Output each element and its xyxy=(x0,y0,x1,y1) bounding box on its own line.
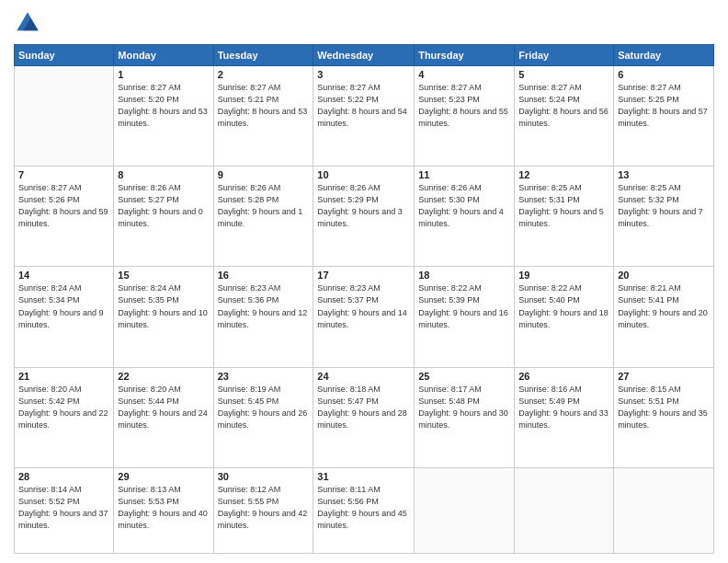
day-info: Sunrise: 8:12 AMSunset: 5:55 PMDaylight:… xyxy=(218,484,310,532)
calendar-cell: 23Sunrise: 8:19 AMSunset: 5:45 PMDayligh… xyxy=(213,367,313,467)
calendar-cell: 13Sunrise: 8:25 AMSunset: 5:32 PMDayligh… xyxy=(614,167,714,267)
day-info: Sunrise: 8:26 AMSunset: 5:28 PMDaylight:… xyxy=(218,182,310,230)
calendar-cell: 9Sunrise: 8:26 AMSunset: 5:28 PMDaylight… xyxy=(213,167,313,267)
day-info: Sunrise: 8:13 AMSunset: 5:53 PMDaylight:… xyxy=(118,484,209,532)
day-info: Sunrise: 8:25 AMSunset: 5:32 PMDaylight:… xyxy=(618,182,710,230)
day-number: 10 xyxy=(317,169,410,180)
calendar-cell xyxy=(415,467,515,553)
day-info: Sunrise: 8:17 AMSunset: 5:48 PMDaylight:… xyxy=(418,384,510,431)
week-row-5: 28Sunrise: 8:14 AMSunset: 5:52 PMDayligh… xyxy=(15,467,714,553)
calendar-cell: 4Sunrise: 8:27 AMSunset: 5:23 PMDaylight… xyxy=(415,66,515,167)
day-info: Sunrise: 8:14 AMSunset: 5:52 PMDaylight:… xyxy=(18,484,109,532)
day-number: 8 xyxy=(118,169,209,180)
day-info: Sunrise: 8:27 AMSunset: 5:26 PMDaylight:… xyxy=(18,182,109,230)
calendar-cell: 27Sunrise: 8:15 AMSunset: 5:51 PMDayligh… xyxy=(614,367,714,467)
day-info: Sunrise: 8:27 AMSunset: 5:22 PMDaylight:… xyxy=(317,82,410,130)
calendar-cell xyxy=(15,66,114,167)
calendar-cell: 28Sunrise: 8:14 AMSunset: 5:52 PMDayligh… xyxy=(15,467,114,553)
day-number: 31 xyxy=(317,471,410,482)
day-number: 1 xyxy=(118,69,209,80)
calendar-cell: 25Sunrise: 8:17 AMSunset: 5:48 PMDayligh… xyxy=(415,367,515,467)
day-header-saturday: Saturday xyxy=(614,45,714,66)
day-number: 6 xyxy=(618,69,710,80)
day-number: 16 xyxy=(218,270,310,281)
calendar-cell: 18Sunrise: 8:22 AMSunset: 5:39 PMDayligh… xyxy=(415,267,515,367)
day-info: Sunrise: 8:25 AMSunset: 5:31 PMDaylight:… xyxy=(518,182,609,230)
day-number: 7 xyxy=(18,169,109,180)
day-number: 18 xyxy=(418,270,510,281)
calendar-cell: 1Sunrise: 8:27 AMSunset: 5:20 PMDaylight… xyxy=(114,66,213,167)
day-info: Sunrise: 8:26 AMSunset: 5:30 PMDaylight:… xyxy=(418,182,510,230)
logo-icon xyxy=(14,9,41,37)
day-number: 4 xyxy=(418,69,510,80)
day-info: Sunrise: 8:15 AMSunset: 5:51 PMDaylight:… xyxy=(618,384,710,431)
day-header-tuesday: Tuesday xyxy=(213,45,313,66)
day-number: 23 xyxy=(218,371,310,382)
day-header-monday: Monday xyxy=(114,45,213,66)
day-info: Sunrise: 8:27 AMSunset: 5:21 PMDaylight:… xyxy=(218,82,310,130)
day-number: 11 xyxy=(418,169,510,180)
calendar-cell: 20Sunrise: 8:21 AMSunset: 5:41 PMDayligh… xyxy=(614,267,714,367)
calendar-cell: 22Sunrise: 8:20 AMSunset: 5:44 PMDayligh… xyxy=(114,367,213,467)
day-number: 12 xyxy=(518,169,609,180)
day-info: Sunrise: 8:27 AMSunset: 5:25 PMDaylight:… xyxy=(618,82,710,130)
calendar-cell: 19Sunrise: 8:22 AMSunset: 5:40 PMDayligh… xyxy=(515,267,614,367)
day-header-friday: Friday xyxy=(515,45,614,66)
calendar-cell: 16Sunrise: 8:23 AMSunset: 5:36 PMDayligh… xyxy=(213,267,313,367)
calendar-cell: 30Sunrise: 8:12 AMSunset: 5:55 PMDayligh… xyxy=(213,467,313,553)
day-number: 25 xyxy=(418,371,510,382)
day-info: Sunrise: 8:21 AMSunset: 5:41 PMDaylight:… xyxy=(618,282,710,330)
day-number: 3 xyxy=(317,69,410,80)
day-info: Sunrise: 8:22 AMSunset: 5:40 PMDaylight:… xyxy=(518,282,609,330)
calendar-cell: 17Sunrise: 8:23 AMSunset: 5:37 PMDayligh… xyxy=(313,267,415,367)
day-info: Sunrise: 8:26 AMSunset: 5:27 PMDaylight:… xyxy=(118,182,209,230)
calendar-cell: 7Sunrise: 8:27 AMSunset: 5:26 PMDaylight… xyxy=(15,167,114,267)
day-number: 26 xyxy=(518,371,609,382)
day-number: 19 xyxy=(518,270,609,281)
calendar-cell: 14Sunrise: 8:24 AMSunset: 5:34 PMDayligh… xyxy=(15,267,114,367)
day-info: Sunrise: 8:27 AMSunset: 5:20 PMDaylight:… xyxy=(118,82,209,130)
day-header-wednesday: Wednesday xyxy=(313,45,415,66)
header xyxy=(14,9,714,37)
day-header-sunday: Sunday xyxy=(15,45,114,66)
day-number: 22 xyxy=(118,371,209,382)
calendar-cell: 5Sunrise: 8:27 AMSunset: 5:24 PMDaylight… xyxy=(515,66,614,167)
day-info: Sunrise: 8:20 AMSunset: 5:42 PMDaylight:… xyxy=(18,384,109,431)
calendar-table: SundayMondayTuesdayWednesdayThursdayFrid… xyxy=(14,44,714,554)
day-number: 30 xyxy=(218,471,310,482)
day-number: 29 xyxy=(118,471,209,482)
day-number: 14 xyxy=(18,270,109,281)
calendar-header-row: SundayMondayTuesdayWednesdayThursdayFrid… xyxy=(15,45,714,66)
calendar-cell: 29Sunrise: 8:13 AMSunset: 5:53 PMDayligh… xyxy=(114,467,213,553)
calendar-cell: 6Sunrise: 8:27 AMSunset: 5:25 PMDaylight… xyxy=(614,66,714,167)
day-info: Sunrise: 8:27 AMSunset: 5:24 PMDaylight:… xyxy=(518,82,609,130)
calendar-cell: 26Sunrise: 8:16 AMSunset: 5:49 PMDayligh… xyxy=(515,367,614,467)
day-info: Sunrise: 8:18 AMSunset: 5:47 PMDaylight:… xyxy=(317,384,410,431)
day-info: Sunrise: 8:20 AMSunset: 5:44 PMDaylight:… xyxy=(118,384,209,431)
calendar-cell: 10Sunrise: 8:26 AMSunset: 5:29 PMDayligh… xyxy=(313,167,415,267)
day-info: Sunrise: 8:23 AMSunset: 5:37 PMDaylight:… xyxy=(317,282,410,330)
calendar-cell xyxy=(614,467,714,553)
week-row-2: 7Sunrise: 8:27 AMSunset: 5:26 PMDaylight… xyxy=(15,167,714,267)
calendar-cell: 12Sunrise: 8:25 AMSunset: 5:31 PMDayligh… xyxy=(515,167,614,267)
calendar-cell: 31Sunrise: 8:11 AMSunset: 5:56 PMDayligh… xyxy=(313,467,415,553)
day-number: 15 xyxy=(118,270,209,281)
day-header-thursday: Thursday xyxy=(415,45,515,66)
day-info: Sunrise: 8:23 AMSunset: 5:36 PMDaylight:… xyxy=(218,282,310,330)
day-number: 21 xyxy=(18,371,109,382)
logo xyxy=(14,9,45,37)
calendar-cell: 8Sunrise: 8:26 AMSunset: 5:27 PMDaylight… xyxy=(114,167,213,267)
calendar-cell xyxy=(515,467,614,553)
day-number: 27 xyxy=(618,371,710,382)
calendar-cell: 2Sunrise: 8:27 AMSunset: 5:21 PMDaylight… xyxy=(213,66,313,167)
day-info: Sunrise: 8:24 AMSunset: 5:34 PMDaylight:… xyxy=(18,282,109,330)
day-number: 17 xyxy=(317,270,410,281)
calendar-cell: 24Sunrise: 8:18 AMSunset: 5:47 PMDayligh… xyxy=(313,367,415,467)
week-row-4: 21Sunrise: 8:20 AMSunset: 5:42 PMDayligh… xyxy=(15,367,714,467)
day-info: Sunrise: 8:24 AMSunset: 5:35 PMDaylight:… xyxy=(118,282,209,330)
day-number: 2 xyxy=(218,69,310,80)
day-info: Sunrise: 8:27 AMSunset: 5:23 PMDaylight:… xyxy=(418,82,510,130)
day-number: 20 xyxy=(618,270,710,281)
day-info: Sunrise: 8:26 AMSunset: 5:29 PMDaylight:… xyxy=(317,182,410,230)
day-number: 24 xyxy=(317,371,410,382)
